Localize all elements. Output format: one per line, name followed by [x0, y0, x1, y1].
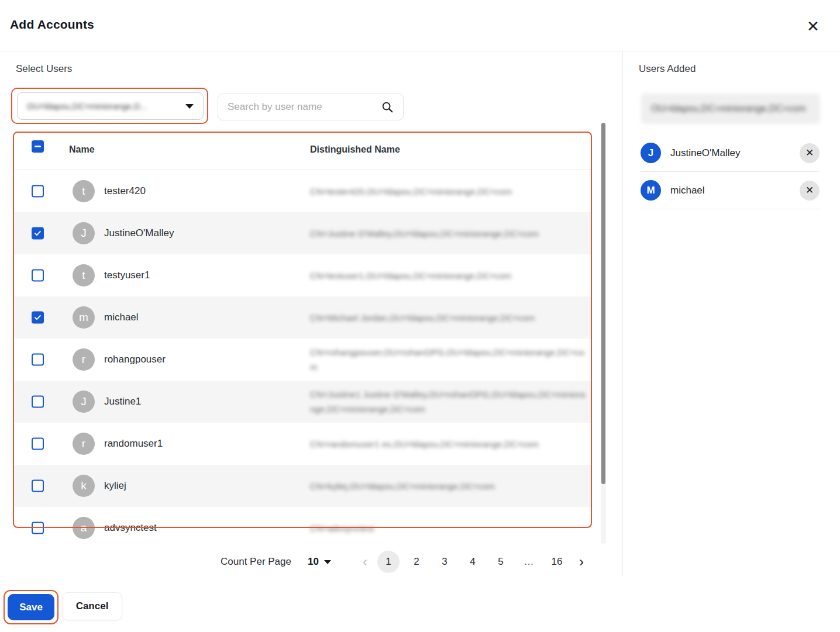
scrollbar-thumb[interactable] [601, 123, 605, 484]
add-accounts-dialog: Add Accounts ✕ Select Users OU=ldapou,DC… [0, 0, 840, 632]
row-checkbox[interactable] [32, 312, 44, 324]
distinguished-name: CN=tester420,OU=ldapou,DC=miniorange,DC=… [310, 184, 590, 199]
user-name: advsynctest [104, 522, 157, 534]
avatar: J [73, 222, 95, 244]
user-name: JustineO'Malley [104, 227, 174, 239]
users-added-panel: Users Added OU=ldapou,DC=miniorange,DC=c… [622, 51, 840, 576]
page-number[interactable]: 1 [377, 551, 400, 573]
row-checkbox[interactable] [32, 270, 44, 282]
previous-page-icon[interactable]: ‹ [356, 554, 374, 570]
remove-user-icon[interactable]: ✕ [800, 181, 820, 201]
avatar: t [73, 264, 95, 286]
avatar: r [73, 348, 95, 371]
distinguished-name: CN=rohangpouser,OU=rohanOPG,OU=ldapou,DC… [310, 345, 590, 374]
search-box [218, 94, 404, 120]
user-name: testyuser1 [104, 270, 150, 281]
added-user-row: Mmichael✕ [641, 172, 820, 209]
distinguished-name: CN=kyliej,OU=ldapou,DC=miniorange,DC=com [310, 479, 590, 493]
table-row: JJustineO'MalleyCN=Justine O'Malley,OU=l… [13, 212, 592, 254]
table-row: ttester420CN=tester420,OU=ldapou,DC=mini… [13, 170, 592, 212]
distinguished-name: CN=randomuser1 es,OU=ldapou,DC=miniorang… [310, 437, 590, 451]
row-checkbox[interactable] [32, 480, 44, 492]
chevron-down-icon [324, 560, 331, 564]
distinguished-name: CN=testuser1,OU=ldapou,DC=miniorange,DC=… [310, 268, 590, 283]
users-table: Name Distinguished Name ttester420CN=tes… [13, 132, 592, 547]
users-added-title: Users Added [639, 63, 696, 75]
column-header-distinguished-name: Distinguished Name [310, 144, 400, 155]
page-number[interactable]: 2 [405, 551, 428, 573]
ou-dropdown[interactable]: OU=ldapou,DC=miniorange,D... [17, 92, 204, 120]
user-name: randomuser1 [104, 438, 163, 450]
user-name: rohangpouser [104, 354, 166, 365]
row-checkbox[interactable] [32, 227, 44, 240]
pager: ‹ 12345…16 › [356, 551, 592, 573]
count-per-page-label: Count Per Page [221, 556, 291, 568]
table-row: mmichaelCN=Michael Jordan,OU=ldapou,DC=m… [13, 296, 592, 339]
avatar: a [73, 517, 95, 539]
table-body: ttester420CN=tester420,OU=ldapou,DC=mini… [13, 170, 592, 547]
count-per-page-value: 10 [308, 556, 319, 568]
row-checkbox[interactable] [32, 185, 44, 198]
search-icon[interactable] [381, 101, 394, 113]
table-header-row: Name Distinguished Name [13, 132, 592, 170]
page-number[interactable]: 4 [462, 551, 484, 573]
page-number[interactable]: 16 [546, 551, 568, 573]
pagination: Count Per Page 10 ‹ 12345…16 › [221, 548, 592, 575]
avatar: t [73, 180, 95, 202]
search-input[interactable] [228, 101, 381, 113]
user-name: michael [104, 312, 139, 323]
avatar: J [641, 143, 661, 163]
next-page-icon[interactable]: › [571, 554, 592, 570]
user-name: kyliej [104, 480, 126, 492]
table-row: kkyliejCN=kyliej,OU=ldapou,DC=miniorange… [13, 465, 592, 507]
dialog-header: Add Accounts ✕ [0, 0, 840, 51]
avatar: r [73, 433, 95, 455]
table-row: ttestyuser1CN=testuser1,OU=ldapou,DC=min… [13, 254, 592, 296]
table-row: rrohangpouserCN=rohangpouser,OU=rohanOPG… [13, 339, 592, 381]
select-users-label: Select Users [16, 63, 72, 75]
table-row: aadvsynctestCN=advsynctest [13, 507, 592, 547]
user-name: tester420 [104, 185, 146, 197]
table-row: rrandomuser1CN=randomuser1 es,OU=ldapou,… [13, 423, 592, 465]
avatar: m [73, 306, 95, 329]
row-checkbox[interactable] [32, 438, 44, 450]
avatar: k [73, 475, 95, 497]
remove-user-icon[interactable]: ✕ [800, 143, 820, 163]
column-header-name: Name [69, 144, 95, 155]
save-button[interactable]: Save [8, 594, 54, 620]
added-user-name: michael [670, 185, 800, 196]
users-added-ou-box: OU=ldapou,DC=miniorange,DC=com [641, 94, 820, 124]
chevron-down-icon [185, 104, 194, 109]
avatar: M [641, 180, 661, 201]
save-button-highlight: Save [4, 590, 58, 624]
user-name: Justine1 [104, 396, 141, 407]
page-number[interactable]: 5 [490, 551, 512, 573]
page-number[interactable]: 3 [433, 551, 456, 573]
added-user-name: JustineO'Malley [670, 147, 800, 159]
page-numbers: 12345…16 [374, 551, 571, 573]
distinguished-name: CN=Justine O'Malley,OU=ldapou,DC=miniora… [310, 226, 590, 241]
users-added-list: JJustineO'Malley✕Mmichael✕ [641, 134, 820, 209]
avatar: J [73, 391, 95, 413]
added-user-row: JJustineO'Malley✕ [641, 134, 820, 172]
count-per-page-select[interactable]: 10 [308, 556, 331, 568]
table-row: JJustine1CN=Justine1 Justine O'Malley,OU… [13, 381, 592, 423]
distinguished-name: CN=Justine1 Justine O'Malley,OU=rohanOPG… [310, 387, 590, 416]
row-checkbox[interactable] [32, 522, 44, 534]
distinguished-name: CN=Michael Jordan,OU=ldapou,DC=miniorang… [310, 310, 590, 325]
cancel-button[interactable]: Cancel [62, 592, 122, 620]
distinguished-name: CN=advsynctest [310, 521, 590, 536]
row-checkbox[interactable] [32, 354, 44, 366]
close-icon[interactable]: ✕ [804, 17, 822, 36]
page-title: Add Accounts [10, 18, 94, 32]
page-ellipsis: … [518, 551, 540, 573]
select-all-checkbox[interactable] [32, 140, 44, 153]
ou-dropdown-highlight: OU=ldapou,DC=miniorange,D... [11, 88, 208, 124]
ou-dropdown-value: OU=ldapou,DC=miniorange,D... [27, 102, 180, 111]
row-checkbox[interactable] [32, 396, 44, 408]
